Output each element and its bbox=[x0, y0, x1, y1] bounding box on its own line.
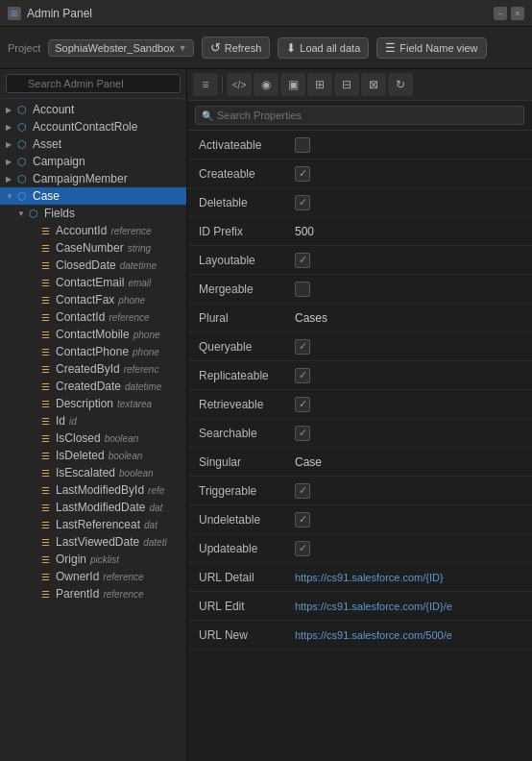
right-toolbar: ≡ </> ◉ ▣ ⊞ ⊟ ⊠ ↻ bbox=[187, 69, 532, 101]
tree-item-case-contactmobile[interactable]: ☰ContactMobilephone bbox=[0, 326, 186, 343]
tree-item-case-lastmodifiedbyid[interactable]: ☰LastModifiedByIdrefe bbox=[0, 481, 186, 499]
table-btn[interactable]: ▣ bbox=[280, 73, 305, 96]
list-view-btn[interactable]: ≡ bbox=[193, 73, 218, 96]
tree-item-account[interactable]: ▶⬡Account bbox=[0, 101, 186, 118]
tree-label-case-description: Description bbox=[56, 397, 113, 410]
prop-value-9[interactable]: ✓ bbox=[295, 397, 310, 412]
tree-item-case-accountid[interactable]: ☰AccountIdreference bbox=[0, 222, 186, 239]
tree-item-case-id[interactable]: ☰Idid bbox=[0, 412, 186, 430]
code-view-btn[interactable]: </> bbox=[227, 73, 252, 96]
tree-item-case-lastreferenceddate[interactable]: ☰LastReferenceatdat bbox=[0, 516, 186, 533]
tree-item-case-casenumber[interactable]: ☰CaseNumberstring bbox=[0, 239, 186, 257]
tree-item-case-closeddate[interactable]: ☰ClosedDatedatetime bbox=[0, 257, 186, 274]
filter-btn[interactable]: ⊠ bbox=[361, 73, 386, 96]
tree-item-case-createddate[interactable]: ☰CreatedDatedatetime bbox=[0, 378, 186, 395]
tree-item-case-createdbyid[interactable]: ☰CreatedByIdreferenc bbox=[0, 360, 186, 378]
prop-value-14[interactable]: ✓ bbox=[295, 541, 310, 556]
close-btn[interactable]: × bbox=[511, 7, 524, 20]
prop-value-3: 500 bbox=[295, 225, 314, 238]
tree-label-case-createddate: CreatedDate bbox=[56, 380, 121, 393]
prop-value-10[interactable]: ✓ bbox=[295, 426, 310, 441]
prop-value-12[interactable]: ✓ bbox=[295, 483, 310, 499]
tree-item-case-parentid[interactable]: ☰ParentIdreference bbox=[0, 585, 186, 602]
prop-value-13[interactable]: ✓ bbox=[295, 512, 310, 528]
prop-value-16: https://cs91.salesforce.com/{ID}/e bbox=[295, 601, 452, 612]
tree-item-campaignmember[interactable]: ▶⬡CampaignMember bbox=[0, 170, 186, 187]
field-name-view-button[interactable]: ☰ Field Name view bbox=[376, 37, 486, 59]
tree-type-case-createddate: datetime bbox=[125, 381, 161, 392]
checkbox-retrieveable[interactable]: ✓ bbox=[295, 397, 310, 412]
prop-value-7[interactable]: ✓ bbox=[295, 339, 310, 355]
title-bar: ⊞ Admin Panel – × bbox=[0, 0, 532, 27]
minimize-btn[interactable]: – bbox=[494, 7, 507, 20]
tree-item-case-isdeleted[interactable]: ☰IsDeletedboolean bbox=[0, 447, 186, 464]
tree-icon-case-id: ☰ bbox=[38, 414, 52, 428]
checkbox-updateable[interactable]: ✓ bbox=[295, 541, 310, 556]
prop-value-0[interactable] bbox=[295, 137, 310, 153]
properties-table: ActivateableCreateable✓Deletable✓ID Pref… bbox=[187, 131, 532, 761]
tree-item-case-isclosed[interactable]: ☰IsClosedboolean bbox=[0, 430, 186, 447]
prop-row-singular: SingularCase bbox=[187, 448, 532, 477]
tree-type-case-casenumber: string bbox=[128, 243, 151, 254]
checkbox-replicateable[interactable]: ✓ bbox=[295, 368, 310, 383]
tree-item-case-ownerid[interactable]: ☰OwnerIdreference bbox=[0, 568, 186, 585]
prop-name-15: URL Detail bbox=[199, 571, 295, 584]
tree-item-asset[interactable]: ▶⬡Asset bbox=[0, 135, 186, 153]
checkbox-createable[interactable]: ✓ bbox=[295, 166, 310, 182]
project-name: SophiaWebster_Sandbox bbox=[55, 42, 175, 54]
tree-item-accountcontactrole[interactable]: ▶⬡AccountContactRole bbox=[0, 118, 186, 135]
grid-btn[interactable]: ⊞ bbox=[307, 73, 332, 96]
checkbox-activateable[interactable] bbox=[295, 137, 310, 153]
prop-value-2[interactable]: ✓ bbox=[295, 195, 310, 210]
tree-type-case-ownerid: reference bbox=[103, 572, 143, 582]
tree-icon-accountcontactrole: ⬡ bbox=[15, 120, 29, 134]
tree-item-case-contactfax[interactable]: ☰ContactFaxphone bbox=[0, 291, 186, 308]
tree-label-case-contactid: ContactId bbox=[56, 310, 105, 324]
checkbox-deletable[interactable]: ✓ bbox=[295, 195, 310, 210]
tree-item-case-isescalated[interactable]: ☰IsEscalatedboolean bbox=[0, 464, 186, 481]
tree-item-case-contactemail[interactable]: ☰ContactEmailemail bbox=[0, 274, 186, 291]
tree-item-case-lastmodifieddate[interactable]: ☰LastModifiedDatedat bbox=[0, 499, 186, 516]
tree-type-case-lastmodifieddate: dat bbox=[149, 503, 162, 513]
globe-btn[interactable]: ◉ bbox=[254, 73, 278, 96]
tree-item-case-origin[interactable]: ☰Originpicklist bbox=[0, 551, 186, 568]
reload-btn[interactable]: ↻ bbox=[388, 73, 413, 96]
tree-item-case-lastvieweddate[interactable]: ☰LastViewedDatedateti bbox=[0, 533, 186, 551]
tree-item-campaign[interactable]: ▶⬡Campaign bbox=[0, 153, 186, 170]
project-select[interactable]: SophiaWebster_Sandbox ▼ bbox=[48, 39, 193, 57]
refresh-button[interactable]: ↺ Refresh bbox=[202, 37, 271, 59]
tree-item-case[interactable]: ▼⬡Case bbox=[0, 187, 186, 205]
tree-type-case-isescalated: boolean bbox=[119, 468, 154, 479]
tree-item-case-fields[interactable]: ▼⬡Fields bbox=[0, 205, 186, 222]
rows-btn[interactable]: ⊟ bbox=[334, 73, 359, 96]
prop-value-11: Case bbox=[295, 455, 322, 469]
prop-row-searchable: Searchable✓ bbox=[187, 419, 532, 448]
prop-value-8[interactable]: ✓ bbox=[295, 368, 310, 383]
tree-label-case-contactphone: ContactPhone bbox=[56, 345, 129, 358]
checkbox-mergeable[interactable] bbox=[295, 282, 310, 297]
tree-icon-case-origin: ☰ bbox=[38, 552, 52, 566]
tree-icon-case-lastvieweddate: ☰ bbox=[38, 535, 52, 549]
prop-name-16: URL Edit bbox=[199, 600, 295, 613]
search-box: 🔍 bbox=[0, 69, 186, 99]
tree-label-case-parentid: ParentId bbox=[56, 587, 99, 601]
checkbox-queryable[interactable]: ✓ bbox=[295, 339, 310, 355]
tree-label-case-isdeleted: IsDeleted bbox=[56, 449, 105, 462]
prop-value-4[interactable]: ✓ bbox=[295, 253, 310, 268]
prop-value-5[interactable] bbox=[295, 282, 310, 297]
prop-row-queryable: Queryable✓ bbox=[187, 332, 532, 361]
tree-item-case-contactid[interactable]: ☰ContactIdreference bbox=[0, 308, 186, 326]
prop-name-7: Queryable bbox=[199, 340, 295, 354]
tree-item-case-contactphone[interactable]: ☰ContactPhonephone bbox=[0, 343, 186, 360]
load-all-button[interactable]: ⬇ Load all data bbox=[278, 37, 369, 59]
tree-icon-campaignmember: ⬡ bbox=[15, 172, 29, 185]
checkbox-triggerable[interactable]: ✓ bbox=[295, 483, 310, 499]
checkbox-layoutable[interactable]: ✓ bbox=[295, 253, 310, 268]
checkbox-undeletable[interactable]: ✓ bbox=[295, 512, 310, 528]
checkbox-searchable[interactable]: ✓ bbox=[295, 426, 310, 441]
tree-item-case-description[interactable]: ☰Descriptiontextarea bbox=[0, 395, 186, 412]
toolbar-divider bbox=[222, 76, 223, 93]
admin-search-input[interactable] bbox=[6, 74, 181, 93]
properties-search-input[interactable] bbox=[195, 106, 524, 125]
prop-value-1[interactable]: ✓ bbox=[295, 166, 310, 182]
